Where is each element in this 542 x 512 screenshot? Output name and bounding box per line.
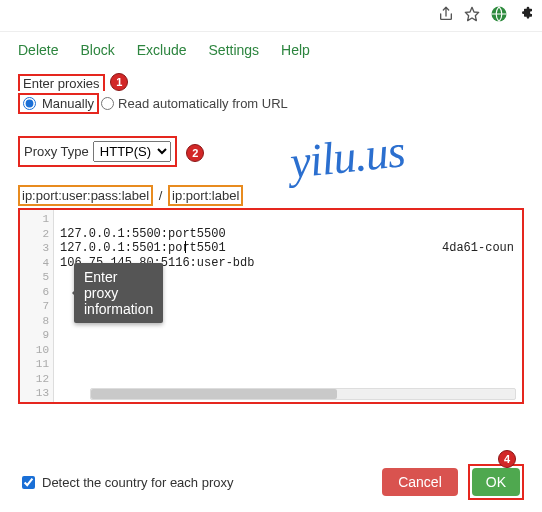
horizontal-scrollbar[interactable] bbox=[90, 388, 516, 400]
gutter-line: 10 bbox=[20, 343, 49, 358]
radio-manually-label: Manually bbox=[42, 96, 94, 111]
gutter-line: 6 bbox=[20, 285, 49, 300]
section-title: Enter proxies bbox=[18, 74, 105, 91]
nav-help[interactable]: Help bbox=[281, 42, 310, 58]
radio-manually-box: Manually bbox=[18, 93, 99, 114]
code-line-overflow: 4da61-coun bbox=[442, 241, 514, 256]
gutter-line: 7 bbox=[20, 299, 49, 314]
format-hints: ip:port:user:pass:label / ip:port:label bbox=[0, 185, 542, 206]
format-short: ip:port:label bbox=[168, 185, 243, 206]
main-nav: Delete Block Exclude Settings Help bbox=[0, 32, 542, 68]
browser-toolbar bbox=[0, 0, 542, 32]
scrollbar-thumb[interactable] bbox=[91, 389, 337, 399]
format-sep: / bbox=[159, 188, 163, 203]
gutter-line: 2 bbox=[20, 227, 49, 242]
detect-country-label: Detect the country for each proxy bbox=[42, 475, 233, 490]
svg-marker-1 bbox=[465, 7, 478, 20]
cancel-button[interactable]: Cancel bbox=[382, 468, 458, 496]
annotation-badge-2: 2 bbox=[186, 144, 204, 162]
code-line: 127.0.0.1:5501:port5501 bbox=[60, 241, 226, 255]
annotation-badge-4: 4 bbox=[498, 450, 516, 468]
ok-button[interactable]: OK bbox=[472, 468, 520, 496]
star-icon[interactable] bbox=[464, 6, 480, 25]
nav-settings[interactable]: Settings bbox=[209, 42, 260, 58]
editor-gutter: 1 2 3 4 5 6 7 8 9 10 11 12 13 bbox=[20, 210, 54, 402]
nav-delete[interactable]: Delete bbox=[18, 42, 58, 58]
ok-button-highlight: 4 OK bbox=[468, 464, 524, 500]
gutter-line: 11 bbox=[20, 357, 49, 372]
proxy-type-select[interactable]: HTTP(S) bbox=[93, 141, 171, 162]
radio-auto-box: Read automatically from URL bbox=[101, 96, 288, 111]
share-icon[interactable] bbox=[438, 6, 454, 25]
radio-auto[interactable] bbox=[101, 97, 114, 110]
tooltip: Enter proxy information bbox=[74, 263, 163, 323]
gutter-line: 12 bbox=[20, 372, 49, 387]
gutter-line: 8 bbox=[20, 314, 49, 329]
gutter-line: 1 bbox=[20, 212, 49, 227]
gutter-line: 13 bbox=[20, 386, 49, 401]
detect-country-row: Detect the country for each proxy bbox=[18, 473, 233, 492]
annotation-badge-1: 1 bbox=[110, 73, 128, 91]
code-line: 127.0.0.1:5500:port5500 bbox=[60, 227, 226, 241]
gutter-line: 9 bbox=[20, 328, 49, 343]
globe-icon[interactable] bbox=[490, 5, 508, 26]
gutter-line: 3 bbox=[20, 241, 49, 256]
nav-block[interactable]: Block bbox=[80, 42, 114, 58]
gutter-line: 4 bbox=[20, 256, 49, 271]
nav-exclude[interactable]: Exclude bbox=[137, 42, 187, 58]
proxy-editor-box: 1 2 3 4 5 6 7 8 9 10 11 12 13 127.0.0.1:… bbox=[18, 208, 524, 404]
text-caret bbox=[185, 241, 186, 253]
proxy-type-box: Proxy Type HTTP(S) bbox=[18, 136, 177, 167]
radio-manually[interactable] bbox=[23, 97, 36, 110]
proxy-type-label: Proxy Type bbox=[24, 144, 89, 159]
puzzle-icon[interactable] bbox=[518, 6, 534, 25]
radio-auto-label: Read automatically from URL bbox=[118, 96, 288, 111]
format-full: ip:port:user:pass:label bbox=[18, 185, 153, 206]
gutter-line: 5 bbox=[20, 270, 49, 285]
detect-country-checkbox[interactable] bbox=[22, 476, 35, 489]
